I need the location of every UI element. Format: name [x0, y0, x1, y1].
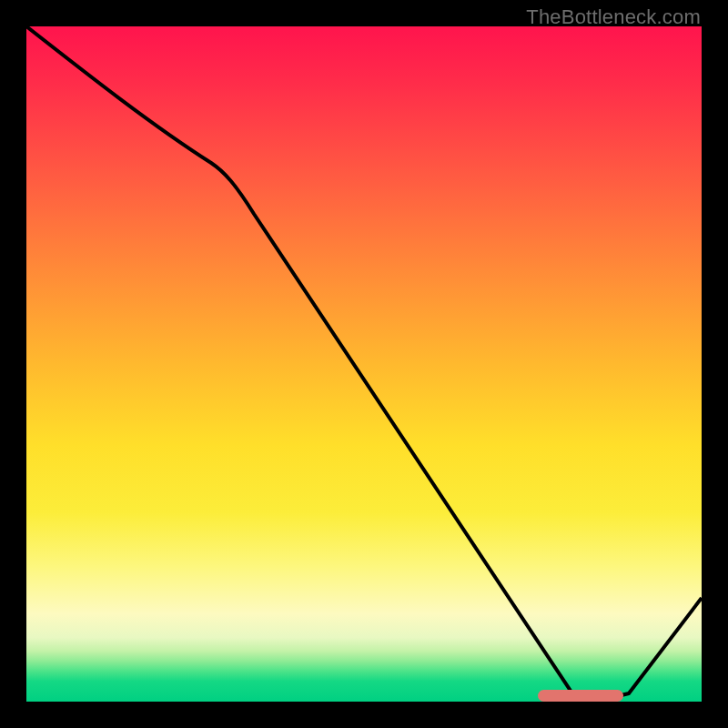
bottleneck-curve: [26, 26, 702, 702]
optimal-range-marker: [538, 690, 623, 702]
chart-area: [26, 26, 702, 702]
curve-path: [26, 26, 702, 698]
